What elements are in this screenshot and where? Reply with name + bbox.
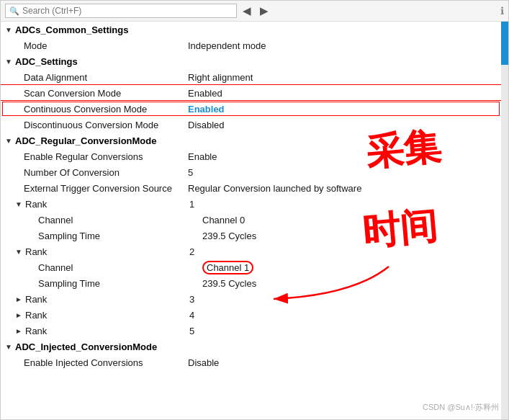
enable-reg-label: Enable Regular Conversions — [22, 151, 181, 162]
enable-reg-value: Enable — [181, 151, 501, 162]
expand-adc-injected[interactable]: ▼ — [4, 341, 14, 352]
adc-regular-label: ADC_Regular_ConversionMode — [14, 135, 172, 146]
search-icon: 🔍 — [9, 6, 19, 16]
expand-rank5[interactable]: ► — [14, 326, 24, 336]
row-ext-trig: External Trigger Conversion Source Regul… — [1, 180, 501, 196]
search-bar: 🔍 ◀ ▶ ℹ — [1, 1, 508, 22]
rank4-value: 4 — [182, 310, 501, 321]
data-align-value: Right alignment — [181, 72, 501, 83]
ext-trig-label: External Trigger Conversion Source — [22, 183, 181, 194]
section-adcs-common[interactable]: ▼ ADCs_Common_Settings — [1, 22, 501, 37]
enable-inj-label: Enable Injected Conversions — [22, 357, 181, 368]
row-cont-conv: Continuous Conversion Mode Enabled — [1, 101, 501, 117]
section-adc-settings[interactable]: ▼ ADC_Settings — [1, 53, 501, 69]
ext-trig-value: Regular Conversion launched by software — [181, 183, 501, 194]
num-conv-label: Number Of Conversion — [22, 167, 181, 178]
discont-conv-value: Disabled — [181, 120, 501, 130]
channel-r2-value: Channel 1 — [195, 261, 501, 274]
enable-inj-value: Disable — [181, 357, 501, 368]
channel-r1-label: Channel — [37, 215, 195, 225]
rank3-label: Rank — [24, 294, 182, 305]
row-discont-conv: Discontinuous Conversion Mode Disabled — [1, 117, 501, 133]
row-enable-inj: Enable Injected Conversions Disable — [1, 354, 501, 370]
row-enable-reg: Enable Regular Conversions Enable — [1, 148, 501, 164]
channel-r2-circled: Channel 1 — [202, 261, 253, 274]
adc-injected-label: ADC_Injected_ConversionMode — [14, 341, 172, 352]
row-sampling-r2: Sampling Time 239.5 Cycles — [1, 275, 501, 291]
tree-area: ▼ ADCs_Common_Settings Mode Independent … — [1, 22, 508, 419]
expand-adc-settings[interactable]: ▼ — [4, 56, 14, 66]
row-num-conv: Number Of Conversion 5 — [1, 164, 501, 180]
scan-conv-label: Scan Conversion Mode — [22, 88, 181, 99]
row-rank1[interactable]: ▼ Rank 1 — [1, 196, 501, 212]
rank1-label: Rank — [24, 199, 182, 210]
scrollbar-thumb[interactable] — [501, 22, 508, 65]
num-conv-value: 5 — [181, 167, 501, 178]
row-rank5[interactable]: ► Rank 5 — [1, 323, 501, 339]
expand-rank1[interactable]: ▼ — [14, 199, 24, 209]
row-data-alignment: Data Alignment Right alignment — [1, 69, 501, 85]
expand-adc-regular[interactable]: ▼ — [4, 135, 14, 146]
cont-conv-label: Continuous Conversion Mode — [22, 104, 181, 115]
rank5-label: Rank — [24, 326, 182, 336]
row-scan-conv: Scan Conversion Mode Enabled — [1, 85, 501, 101]
rank4-label: Rank — [24, 310, 182, 321]
expand-rank4[interactable]: ► — [14, 310, 24, 320]
row-channel-r2: Channel Channel 1 — [1, 259, 501, 275]
expand-rank3[interactable]: ► — [14, 294, 24, 304]
mode-value: Independent mode — [181, 40, 501, 51]
section-adc-regular[interactable]: ▼ ADC_Regular_ConversionMode — [1, 133, 501, 148]
mode-label: Mode — [22, 40, 181, 51]
prev-button[interactable]: ◀ — [240, 4, 254, 18]
rank2-value: 2 — [182, 246, 501, 257]
expand-adcs-common[interactable]: ▼ — [4, 24, 14, 35]
adcs-common-label: ADCs_Common_Settings — [14, 24, 172, 35]
adc-settings-label: ADC_Settings — [14, 56, 172, 67]
rank3-value: 3 — [182, 294, 501, 305]
search-input-wrap[interactable]: 🔍 — [5, 4, 237, 18]
cont-conv-value: Enabled — [181, 104, 501, 115]
search-input[interactable] — [22, 6, 233, 16]
section-adc-injected[interactable]: ▼ ADC_Injected_ConversionMode — [1, 339, 501, 354]
tree-content[interactable]: ▼ ADCs_Common_Settings Mode Independent … — [1, 22, 501, 419]
sampling-r2-value: 239.5 Cycles — [195, 278, 501, 289]
row-channel-r1: Channel Channel 0 — [1, 212, 501, 228]
rank5-value: 5 — [182, 326, 501, 336]
rank2-label: Rank — [24, 246, 182, 257]
channel-r2-label: Channel — [37, 262, 195, 273]
scan-conv-value: Enabled — [181, 88, 501, 99]
sampling-r2-label: Sampling Time — [37, 278, 195, 289]
scrollbar[interactable] — [501, 22, 508, 419]
row-sampling-r1: Sampling Time 239.5 Cycles — [1, 228, 501, 243]
row-rank2[interactable]: ▼ Rank 2 — [1, 243, 501, 259]
rank1-value: 1 — [182, 199, 501, 210]
row-rank4[interactable]: ► Rank 4 — [1, 307, 501, 323]
sampling-r1-value: 239.5 Cycles — [195, 231, 501, 241]
sampling-r1-label: Sampling Time — [37, 231, 195, 241]
next-button[interactable]: ▶ — [257, 4, 271, 18]
expand-rank2[interactable]: ▼ — [14, 246, 24, 256]
info-icon: ℹ — [500, 5, 504, 17]
data-align-label: Data Alignment — [22, 72, 181, 83]
discont-conv-label: Discontinuous Conversion Mode — [22, 120, 181, 130]
row-mode: Mode Independent mode — [1, 37, 501, 53]
main-container: 🔍 ◀ ▶ ℹ ▼ ADCs_Common_Settings Mode Inde… — [0, 0, 509, 420]
row-rank3[interactable]: ► Rank 3 — [1, 291, 501, 307]
channel-r1-value: Channel 0 — [195, 215, 501, 225]
